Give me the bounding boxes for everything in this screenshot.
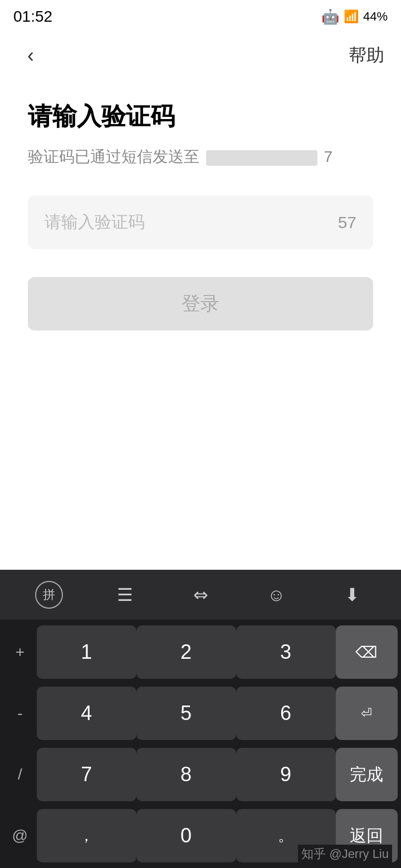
masked-phone <box>206 150 317 166</box>
content-area: 请输入验证码 验证码已通过短信发送至 7 请输入验证码 57 登录 <box>0 78 401 331</box>
key-5[interactable]: 5 <box>136 687 236 740</box>
help-button[interactable]: 帮助 <box>349 43 384 68</box>
status-icons: 🤖 📶 44% <box>321 8 388 26</box>
login-button[interactable]: 登录 <box>28 277 373 331</box>
key-backspace[interactable]: ⌫ <box>336 625 398 679</box>
key-done[interactable]: 完成 <box>336 748 398 801</box>
input-method-icon: 拼 <box>35 581 63 609</box>
page-title: 请输入验证码 <box>28 100 373 133</box>
key-1[interactable]: 1 <box>37 625 136 679</box>
key-3[interactable]: 3 <box>236 625 336 679</box>
key-row-1: + 1 2 3 ⌫ <box>3 625 398 679</box>
keyboard-keys: + 1 2 3 ⌫ - 4 5 6 ⏎ / 7 8 9 完成 @ ， 0 。 <box>0 620 401 868</box>
cursor-button[interactable]: ⇔ <box>178 578 223 611</box>
keyboard-area: 拼 ☰ ⇔ ☺ ⬇ + 1 2 3 ⌫ - 4 5 6 ⏎ <box>0 570 401 868</box>
emoji-button[interactable]: ☺ <box>254 578 299 611</box>
key-slash[interactable]: / <box>3 748 37 801</box>
key-comma[interactable]: ， <box>37 809 136 862</box>
input-placeholder: 请输入验证码 <box>45 211 145 234</box>
watermark: 知乎 @Jerry Liu <box>298 845 392 864</box>
status-bar: 01:52 🤖 📶 44% <box>0 0 401 33</box>
subtitle: 验证码已通过短信发送至 7 <box>28 146 373 167</box>
clipboard-button[interactable]: ☰ <box>102 578 147 611</box>
back-arrow-icon: ‹ <box>27 44 34 67</box>
key-2[interactable]: 2 <box>136 625 236 679</box>
key-minus[interactable]: - <box>3 687 37 740</box>
key-at[interactable]: @ <box>3 809 37 862</box>
battery-icon: 44% <box>363 9 388 24</box>
key-row-3: / 7 8 9 完成 <box>3 748 398 801</box>
countdown-timer: 57 <box>338 213 356 232</box>
keyboard-toolbar: 拼 ☰ ⇔ ☺ ⬇ <box>0 570 401 620</box>
back-button[interactable]: ‹ <box>17 42 45 70</box>
signal-icon: 📶 <box>344 9 359 24</box>
hide-keyboard-icon: ⬇ <box>345 584 360 605</box>
hide-keyboard-button[interactable]: ⬇ <box>330 578 374 611</box>
key-4[interactable]: 4 <box>37 687 136 740</box>
clipboard-icon: ☰ <box>117 584 133 605</box>
key-7[interactable]: 7 <box>37 748 136 801</box>
key-8[interactable]: 8 <box>136 748 236 801</box>
subtitle-prefix: 验证码已通过短信发送至 <box>28 148 199 165</box>
input-method-button[interactable]: 拼 <box>27 578 71 611</box>
android-icon: 🤖 <box>321 8 339 26</box>
key-0[interactable]: 0 <box>136 809 236 862</box>
status-time: 01:52 <box>13 8 52 26</box>
subtitle-suffix: 7 <box>324 148 333 165</box>
key-plus[interactable]: + <box>3 625 37 679</box>
emoji-icon: ☺ <box>267 585 286 605</box>
key-row-2: - 4 5 6 ⏎ <box>3 687 398 740</box>
nav-bar: ‹ 帮助 <box>0 33 401 78</box>
key-6[interactable]: 6 <box>236 687 336 740</box>
verification-input-wrapper[interactable]: 请输入验证码 57 <box>28 195 373 249</box>
cursor-icon: ⇔ <box>193 584 208 605</box>
key-9[interactable]: 9 <box>236 748 336 801</box>
key-enter[interactable]: ⏎ <box>336 687 398 740</box>
